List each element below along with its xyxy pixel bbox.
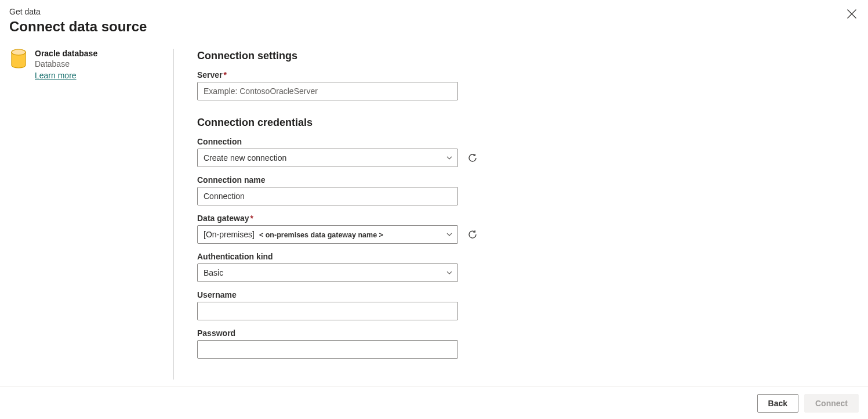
oracle-database-icon (10, 49, 27, 67)
required-asterisk: * (224, 70, 227, 80)
close-icon (846, 8, 858, 20)
section-connection-settings: Connection settings (197, 50, 868, 62)
chevron-down-icon (446, 231, 453, 238)
data-gateway-select[interactable]: [On-premises] < on-premises data gateway… (197, 225, 458, 244)
data-gateway-label: Data gateway* (197, 214, 868, 223)
gateway-suffix: < on-premises data gateway name > (259, 231, 383, 239)
auth-kind-value: Basic (204, 268, 223, 277)
password-input[interactable] (197, 340, 458, 359)
connection-value: Create new connection (204, 153, 286, 162)
required-asterisk: * (250, 214, 253, 223)
connection-name-input[interactable] (197, 187, 458, 205)
chevron-down-icon (446, 154, 453, 161)
page-title: Connect data source (9, 19, 859, 35)
section-connection-credentials: Connection credentials (197, 117, 868, 129)
connection-label: Connection (197, 137, 868, 146)
connection-name-label: Connection name (197, 175, 868, 185)
connect-button[interactable]: Connect (804, 394, 859, 413)
username-label: Username (197, 290, 868, 299)
auth-kind-label: Authentication kind (197, 252, 868, 261)
form-panel: Connection settings Server* Connection c… (174, 49, 868, 380)
gateway-prefix: [On-premises] (204, 230, 255, 239)
server-label: Server* (197, 70, 868, 80)
password-label: Password (197, 328, 868, 338)
refresh-icon[interactable] (467, 229, 478, 240)
learn-more-link[interactable]: Learn more (35, 71, 97, 80)
chevron-down-icon (446, 269, 453, 276)
sidebar: Oracle database Database Learn more (0, 49, 174, 380)
back-button[interactable]: Back (757, 394, 798, 413)
close-button[interactable] (846, 8, 858, 20)
connection-select[interactable]: Create new connection (197, 149, 458, 167)
server-input[interactable] (197, 82, 458, 100)
data-source-item: Oracle database Database Learn more (10, 49, 162, 80)
auth-kind-select[interactable]: Basic (197, 263, 458, 282)
username-input[interactable] (197, 302, 458, 320)
refresh-icon[interactable] (467, 153, 478, 163)
breadcrumb: Get data (9, 7, 859, 16)
footer: Back Connect (0, 387, 868, 419)
svg-point-3 (12, 49, 26, 55)
source-name: Oracle database (35, 49, 97, 58)
source-type: Database (35, 59, 97, 68)
